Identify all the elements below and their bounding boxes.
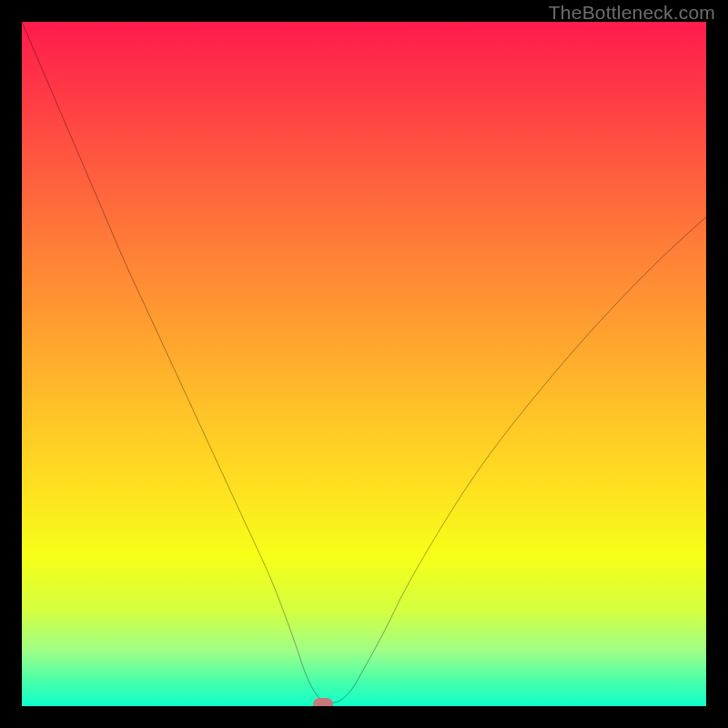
chart-frame: TheBottleneck.com bbox=[0, 0, 728, 728]
optimal-point-marker bbox=[313, 698, 333, 706]
bottleneck-curve bbox=[22, 22, 706, 706]
plot-area bbox=[22, 22, 706, 706]
watermark-text: TheBottleneck.com bbox=[549, 2, 715, 24]
